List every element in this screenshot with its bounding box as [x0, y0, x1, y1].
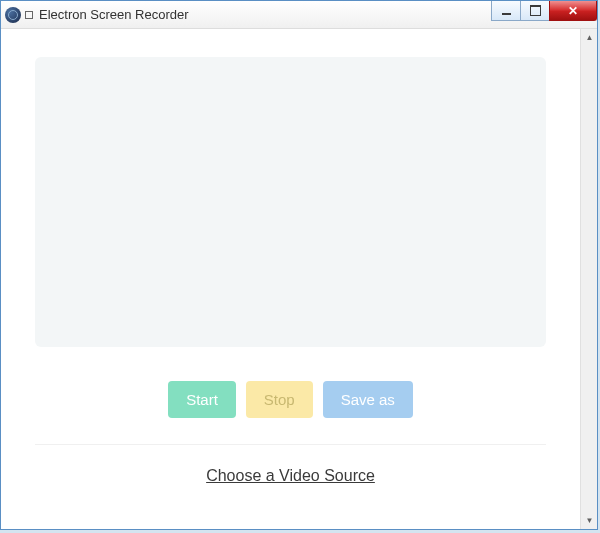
maximize-button[interactable]: [520, 1, 550, 21]
restore-indicator-icon: [25, 11, 33, 19]
minimize-button[interactable]: [491, 1, 521, 21]
button-row: Start Stop Save as: [35, 381, 546, 418]
stop-button[interactable]: Stop: [246, 381, 313, 418]
choose-video-source-link[interactable]: Choose a Video Source: [206, 467, 375, 484]
app-icon: [5, 7, 21, 23]
client-area: Start Stop Save as Choose a Video Source…: [1, 29, 597, 529]
close-button[interactable]: [549, 1, 597, 21]
vertical-scrollbar[interactable]: ▲ ▼: [580, 29, 597, 529]
scroll-down-icon[interactable]: ▼: [581, 512, 597, 529]
divider: [35, 444, 546, 445]
start-button[interactable]: Start: [168, 381, 236, 418]
source-link-wrap: Choose a Video Source: [35, 467, 546, 485]
video-preview: [35, 57, 546, 347]
titlebar[interactable]: Electron Screen Recorder: [1, 1, 597, 29]
window-controls: [492, 1, 597, 21]
save-as-button[interactable]: Save as: [323, 381, 413, 418]
app-window: Electron Screen Recorder Start Stop Save…: [0, 0, 598, 530]
content: Start Stop Save as Choose a Video Source: [1, 29, 580, 505]
scroll-up-icon[interactable]: ▲: [581, 29, 597, 46]
